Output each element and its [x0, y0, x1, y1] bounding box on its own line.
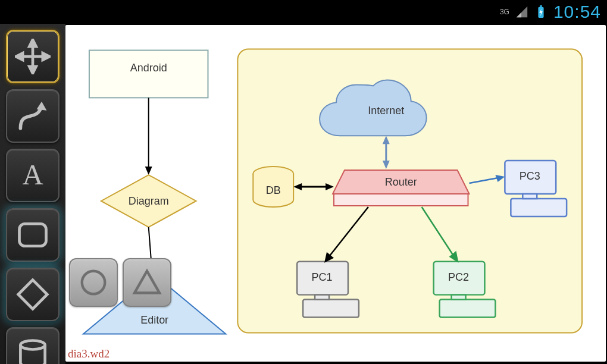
- svg-marker-8: [43, 53, 49, 59]
- text-icon: A: [15, 158, 51, 193]
- label-internet: Internet: [368, 105, 404, 117]
- label-diagram: Diagram: [129, 195, 169, 207]
- svg-marker-7: [16, 53, 23, 59]
- tool-text-button[interactable]: A: [6, 149, 60, 202]
- cylinder-icon: [15, 336, 51, 364]
- rectangle-icon: [15, 217, 51, 253]
- svg-marker-6: [29, 67, 36, 73]
- svg-point-13: [20, 341, 45, 350]
- svg-rect-33: [452, 295, 466, 300]
- label-db: DB: [266, 184, 281, 196]
- svg-rect-24: [511, 199, 567, 216]
- svg-rect-29: [315, 295, 329, 300]
- svg-rect-32: [440, 300, 496, 318]
- tool-cylinder-button[interactable]: [6, 327, 60, 364]
- canvas-floating-buttons: [69, 258, 171, 307]
- battery-charging-icon: [534, 5, 547, 18]
- label-editor: Editor: [140, 314, 168, 326]
- tool-diamond-button[interactable]: [6, 268, 60, 321]
- filename-label: dia3.wd2: [68, 347, 109, 360]
- canvas-circle-button[interactable]: [69, 258, 118, 307]
- tool-move-button[interactable]: [6, 30, 60, 83]
- node-db[interactable]: DB: [253, 167, 293, 207]
- toolbar: A: [0, 24, 67, 364]
- triangle-icon: [130, 266, 164, 299]
- label-pc2: PC2: [448, 271, 469, 283]
- node-router[interactable]: Router: [333, 170, 469, 206]
- app-window: A: [0, 24, 607, 364]
- diagram-svg: Android Diagram Editor Internet: [65, 25, 606, 362]
- svg-rect-1: [540, 5, 542, 7]
- label-pc1: PC1: [312, 271, 333, 283]
- svg-point-35: [82, 271, 105, 294]
- tool-rect-button[interactable]: [6, 208, 60, 262]
- status-bar: 3G 10:54: [0, 0, 607, 24]
- svg-rect-25: [522, 194, 537, 199]
- circle-icon: [77, 266, 110, 299]
- svg-rect-19: [334, 194, 468, 206]
- label-pc3: PC3: [520, 170, 540, 182]
- svg-marker-12: [18, 280, 48, 309]
- curve-arrow-icon: [15, 98, 51, 134]
- signal-icon: [515, 5, 528, 18]
- screen: 3G 10:54: [0, 0, 607, 364]
- network-3g-icon: 3G: [500, 8, 509, 15]
- clock: 10:54: [553, 2, 601, 22]
- svg-marker-9: [37, 102, 47, 111]
- svg-text:A: A: [22, 159, 43, 191]
- svg-marker-14: [145, 167, 152, 175]
- canvas-triangle-button[interactable]: [123, 258, 171, 307]
- svg-marker-36: [134, 271, 159, 293]
- canvas[interactable]: Android Diagram Editor Internet: [65, 25, 606, 362]
- label-android: Android: [130, 62, 167, 74]
- move-icon: [15, 39, 51, 74]
- svg-rect-11: [20, 224, 46, 246]
- svg-rect-28: [303, 300, 359, 318]
- svg-marker-5: [29, 40, 36, 46]
- label-router: Router: [385, 176, 417, 188]
- tool-curve-button[interactable]: [6, 89, 60, 143]
- diamond-icon: [15, 277, 51, 312]
